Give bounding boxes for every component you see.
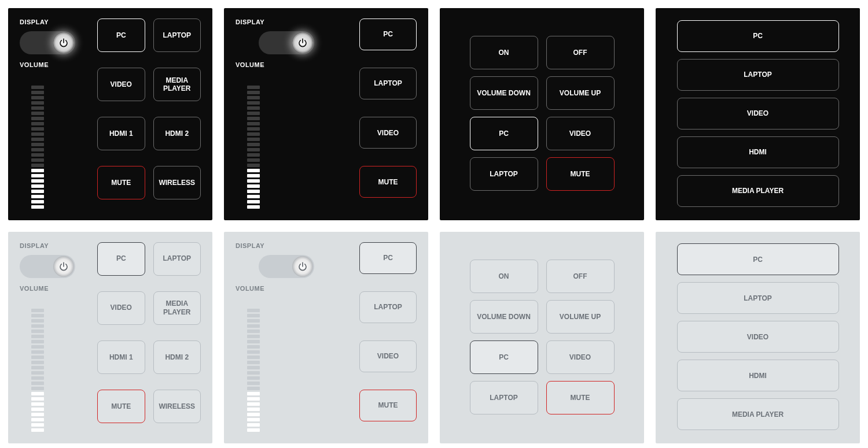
source-button-laptop[interactable]: LAPTOP [153,18,201,52]
source-button-pc[interactable]: PC [359,18,417,50]
source-button-mute[interactable]: MUTE [359,390,417,421]
source-button-video[interactable]: VIDEO [546,117,615,150]
volume-segment [31,164,44,167]
source-button-pc[interactable]: PC [97,18,145,52]
volume-meter[interactable] [31,298,44,432]
source-button-video[interactable]: VIDEO [97,291,145,325]
volume-segment [247,143,260,146]
volume-section: VOLUME [20,285,89,432]
control-panel-p7: ONOFFVOLUME DOWNVOLUME UPPCVIDEOLAPTOPMU… [440,232,644,444]
volume-segment [247,174,260,177]
source-button-mute[interactable]: MUTE [546,157,615,191]
source-button-mute[interactable]: MUTE [97,390,145,423]
volume-segment [31,423,44,427]
button-label: MEDIA PLAYER [157,299,197,316]
volume-segment [247,371,260,375]
source-button-wireless[interactable]: WIRELESS [153,390,201,423]
source-button-video[interactable]: VIDEO [359,117,417,149]
volume-segment [247,387,260,390]
source-button-laptop[interactable]: LAPTOP [470,157,538,191]
source-button-laptop[interactable]: LAPTOP [677,282,839,314]
volume-meter[interactable] [31,74,44,209]
volume-segment [31,371,44,375]
source-button-video[interactable]: VIDEO [677,98,839,129]
volume-segment [247,340,260,343]
display-label: DISPLAY [20,242,89,249]
volume-segment [247,101,260,105]
source-button-hdmi[interactable]: HDMI [677,136,839,168]
button-grid: PCLAPTOPVIDEOHDMIMEDIA PLAYER [677,20,839,207]
source-button-laptop[interactable]: LAPTOP [359,68,417,99]
source-button-wireless[interactable]: WIRELESS [153,166,201,199]
volume-segment [31,340,44,343]
button-label: HDMI [749,148,767,156]
volume-meter[interactable] [247,298,260,432]
source-button-media-player[interactable]: MEDIA PLAYER [677,175,839,207]
source-button-video[interactable]: VIDEO [546,340,615,374]
button-label: LAPTOP [744,294,771,302]
volume-segment [31,143,44,146]
source-button-hdmi[interactable]: HDMI [677,360,839,391]
source-button-mute[interactable]: MUTE [546,381,615,414]
source-button-off[interactable]: OFF [546,260,615,293]
source-button-volume-down[interactable]: VOLUME DOWN [470,76,538,110]
source-button-volume-down[interactable]: VOLUME DOWN [470,300,538,334]
source-button-off[interactable]: OFF [546,36,615,69]
source-button-mute[interactable]: MUTE [97,166,145,199]
volume-segment [31,127,44,131]
source-button-on[interactable]: ON [470,36,538,69]
volume-label: VOLUME [236,285,351,292]
volume-meter[interactable] [247,74,260,209]
volume-segment [247,164,260,167]
source-button-pc[interactable]: PC [359,242,417,274]
source-button-laptop[interactable]: LAPTOP [153,242,201,276]
volume-segment [31,329,44,333]
button-grid: ONOFFVOLUME DOWNVOLUME UPPCVIDEOLAPTOPMU… [470,36,615,191]
volume-segment [247,195,260,198]
source-button-pc[interactable]: PC [677,20,839,52]
source-button-pc[interactable]: PC [97,242,145,276]
source-button-pc[interactable]: PC [470,340,538,374]
volume-segment [247,392,260,395]
power-toggle[interactable] [259,255,314,278]
volume-label: VOLUME [20,285,89,292]
volume-segment [31,376,44,380]
source-button-laptop[interactable]: LAPTOP [359,291,417,323]
power-toggle[interactable] [259,31,314,54]
source-button-hdmi-2[interactable]: HDMI 2 [153,117,201,150]
source-button-video[interactable]: VIDEO [97,68,145,101]
source-button-media-player[interactable]: MEDIA PLAYER [153,68,201,101]
source-button-video[interactable]: VIDEO [677,321,839,353]
control-panel-p5: DISPLAYPCLAPTOPVIDEOMEDIA PLAYERHDMI 1HD… [8,232,212,444]
source-button-hdmi-2[interactable]: HDMI 2 [153,340,201,374]
volume-segment [247,117,260,120]
button-grid: PCLAPTOPVIDEOMUTE [359,242,417,432]
control-panel-p1: DISPLAYPCLAPTOPVIDEOMEDIA PLAYERHDMI 1HD… [8,8,212,220]
source-button-mute[interactable]: MUTE [359,166,417,198]
button-label: VIDEO [747,109,768,117]
source-button-volume-up[interactable]: VOLUME UP [546,76,615,110]
power-icon [292,32,313,53]
source-button-laptop[interactable]: LAPTOP [677,59,839,91]
volume-segment [247,428,260,432]
source-button-pc[interactable]: PC [470,117,538,150]
volume-segment [31,91,44,94]
volume-segment [247,397,260,401]
volume-segment [31,418,44,421]
volume-segment [31,96,44,99]
source-button-volume-up[interactable]: VOLUME UP [546,300,615,334]
source-button-media-player[interactable]: MEDIA PLAYER [677,398,839,430]
power-toggle[interactable] [20,255,75,278]
button-label: OFF [573,272,587,280]
power-toggle[interactable] [20,31,75,54]
source-button-pc[interactable]: PC [677,243,839,275]
source-button-on[interactable]: ON [470,260,538,293]
source-button-hdmi-1[interactable]: HDMI 1 [97,340,145,374]
source-button-media-player[interactable]: MEDIA PLAYER [153,291,201,325]
source-button-video[interactable]: VIDEO [359,340,417,372]
source-button-hdmi-1[interactable]: HDMI 1 [97,117,145,150]
source-button-laptop[interactable]: LAPTOP [470,381,538,414]
button-label: HDMI 1 [109,129,133,138]
button-label: VIDEO [747,333,768,341]
button-label: VIDEO [111,303,132,312]
